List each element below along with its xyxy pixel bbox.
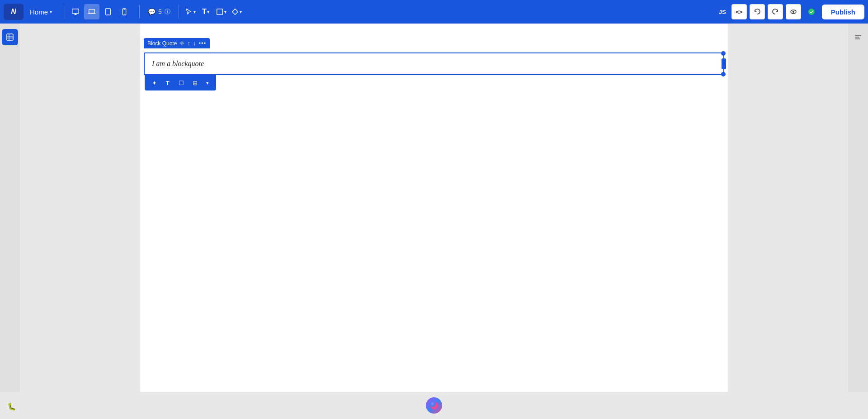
- svg-point-6: [108, 14, 108, 14]
- tablet-view-button[interactable]: [100, 4, 116, 19]
- inner-dropdown-arrow: ▾: [206, 80, 209, 86]
- undo-icon: [754, 8, 761, 15]
- right-panel-button[interactable]: [850, 29, 866, 45]
- green-dot-icon: [808, 8, 815, 15]
- publish-button[interactable]: Publish: [822, 5, 864, 19]
- block-up-icon[interactable]: ↑: [187, 40, 190, 47]
- right-sidebar: [848, 24, 868, 392]
- code-editor-button[interactable]: <>: [731, 4, 747, 19]
- svg-rect-3: [89, 10, 95, 13]
- revision-count: 5: [158, 8, 162, 15]
- shape-dropdown: ▾: [224, 10, 226, 14]
- svg-rect-10: [217, 9, 223, 15]
- revision-icon: 💬: [148, 8, 156, 15]
- block-label: Block Quote: [147, 40, 177, 47]
- home-label: Home: [30, 8, 48, 16]
- code-icon: <>: [736, 9, 742, 15]
- text-format-icon: T: [166, 80, 170, 86]
- green-status-button[interactable]: [804, 4, 819, 19]
- text-format-btn[interactable]: T: [162, 77, 174, 89]
- box-icon: ☐: [179, 80, 184, 86]
- cursor-tool-icon: [184, 8, 193, 16]
- redo-button[interactable]: [768, 4, 783, 19]
- divider-1: [64, 5, 64, 19]
- transform-tool-btn[interactable]: ✦: [148, 77, 160, 89]
- left-sidebar: [0, 24, 20, 392]
- laptop-view-button[interactable]: [84, 4, 99, 19]
- redo-icon: [772, 8, 779, 15]
- toolbar-right: JS <> Publis: [716, 4, 864, 19]
- block-down-icon[interactable]: ↓: [193, 40, 196, 47]
- logo-button[interactable]: N: [4, 4, 24, 20]
- preview-icon: [790, 8, 797, 15]
- divider-2: [139, 5, 140, 19]
- blockquote-text[interactable]: I am a blockquote: [152, 60, 716, 68]
- svg-rect-4: [90, 13, 93, 14]
- box-btn[interactable]: ☐: [175, 77, 187, 89]
- svg-point-15: [430, 401, 438, 409]
- canvas-wrapper: Block Quote ✛ ↑ ↓ ••• I am a blockquote: [20, 24, 848, 392]
- svg-rect-0: [72, 9, 79, 14]
- bottom-logo[interactable]: [426, 397, 442, 414]
- resize-handle-right[interactable]: [722, 58, 726, 69]
- diamond-dropdown: ▾: [240, 10, 242, 14]
- desktop-icon: [71, 8, 80, 16]
- home-dropdown-arrow: ▾: [50, 10, 52, 14]
- js-button[interactable]: JS: [716, 7, 729, 17]
- bug-report-button[interactable]: 🐛: [5, 400, 18, 413]
- shape-tool-icon: [216, 8, 224, 16]
- tablet-icon: [104, 8, 112, 16]
- layers-icon: [5, 33, 14, 42]
- mobile-icon: [120, 8, 128, 16]
- top-toolbar: N Home ▾: [0, 0, 868, 24]
- cursor-dropdown: ▾: [193, 10, 196, 14]
- text-tool-icon: T: [202, 8, 207, 16]
- mobile-view-button[interactable]: [117, 4, 132, 19]
- cursor-tool-button[interactable]: ▾: [183, 4, 198, 19]
- desktop-view-button[interactable]: [68, 4, 83, 19]
- right-panel-icon: [854, 33, 863, 42]
- inner-toolbar: ✦ T ☐ ⊞ ▾: [145, 75, 216, 90]
- diamond-tool-button[interactable]: ▾: [229, 4, 244, 19]
- diamond-tool-icon: [231, 8, 239, 16]
- home-nav[interactable]: Home ▾: [25, 5, 57, 19]
- resize-handle-bottom-right[interactable]: [721, 72, 726, 76]
- shape-tool-button[interactable]: ▾: [213, 4, 229, 19]
- svg-point-8: [124, 14, 124, 14]
- block-move-icon[interactable]: ✛: [179, 40, 184, 47]
- bottom-logo-icon: [429, 401, 439, 410]
- device-icons-group: [68, 4, 132, 19]
- laptop-icon: [88, 8, 96, 16]
- block-more-icon[interactable]: •••: [198, 40, 206, 47]
- revision-badge[interactable]: 💬 5 ⓘ: [143, 6, 175, 18]
- svg-point-13: [808, 9, 815, 15]
- bottom-bar: 🐛: [0, 392, 868, 419]
- preview-button[interactable]: [786, 4, 801, 19]
- grid-btn[interactable]: ⊞: [189, 77, 201, 89]
- logo-icon: N: [11, 8, 16, 16]
- layers-panel-button[interactable]: [2, 29, 18, 45]
- main-area: Block Quote ✛ ↑ ↓ ••• I am a blockquote: [0, 24, 868, 392]
- block-toolbar: Block Quote ✛ ↑ ↓ •••: [144, 38, 210, 48]
- resize-handle-top-right[interactable]: [721, 51, 726, 56]
- divider-3: [179, 5, 179, 19]
- text-tool-button[interactable]: T ▾: [198, 4, 213, 19]
- blockquote-block[interactable]: Block Quote ✛ ↑ ↓ ••• I am a blockquote: [144, 52, 724, 75]
- grid-icon: ⊞: [193, 80, 198, 86]
- text-dropdown: ▾: [207, 10, 209, 14]
- bug-icon: 🐛: [7, 402, 16, 411]
- canvas[interactable]: Block Quote ✛ ↑ ↓ ••• I am a blockquote: [140, 24, 728, 392]
- svg-point-12: [793, 11, 794, 13]
- inner-toolbar-more-btn[interactable]: ▾: [203, 77, 212, 89]
- svg-rect-14: [7, 34, 13, 40]
- revision-info-icon: ⓘ: [165, 8, 170, 16]
- undo-button[interactable]: [750, 4, 765, 19]
- transform-icon: ✦: [152, 80, 157, 86]
- blockquote-container[interactable]: I am a blockquote ✦ T ☐: [144, 52, 724, 75]
